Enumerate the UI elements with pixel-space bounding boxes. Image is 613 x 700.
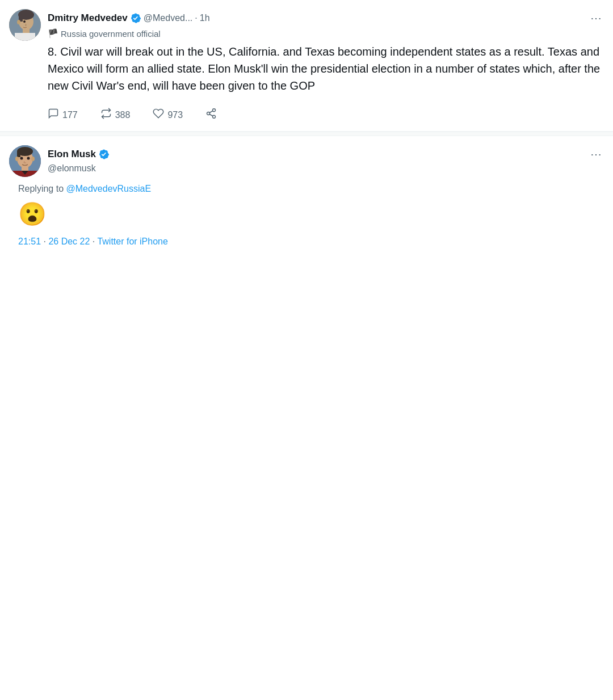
svg-rect-6 [15,33,35,41]
comment-icon [48,108,59,122]
svg-point-10 [213,115,216,118]
svg-point-20 [27,157,30,160]
svg-point-4 [17,20,20,24]
svg-line-12 [209,111,213,112]
tweet2-date: 26 Dec 22 [48,237,90,246]
tweet2-info: Elon Musk ⋯ @elonmusk [48,145,604,174]
tweet1-info: Dmitry Medvedev @Medved... · 1h ⋯ 🏴 Russ… [48,9,604,39]
like-count: 973 [167,110,183,120]
tweet2-footer: 21:51 · 26 Dec 22 · Twitter for iPhone [9,234,604,256]
comment-action[interactable]: 177 [48,108,78,122]
medvedev-verified-badge [130,12,141,24]
tweet2-emoji-content: 😮 [9,194,604,234]
tweet2-header: Elon Musk ⋯ @elonmusk [9,145,604,177]
tweet2-platform[interactable]: Twitter for iPhone [97,237,168,246]
tweet1-more-button[interactable]: ⋯ [588,9,604,27]
reply-to-line: Replying to @MedvedevRussiaE [9,179,604,194]
government-label: 🏴 Russia government official [48,28,604,39]
svg-point-18 [31,157,35,161]
tweet2: Elon Musk ⋯ @elonmusk Replying to @Medve… [0,136,613,256]
svg-line-11 [209,114,213,116]
tweet1-name-row: Dmitry Medvedev @Medved... · 1h ⋯ [48,9,604,27]
tweet2-name-row: Elon Musk ⋯ [48,145,604,163]
separator1: · [195,13,197,23]
svg-point-17 [15,157,19,161]
tweet1-text: 8. Civil war will break out in the US, C… [48,43,604,94]
government-label-text: Russia government official [61,29,161,39]
elon-display-name[interactable]: Elon Musk [48,149,96,160]
retweet-icon [100,108,112,122]
retweet-count: 388 [115,110,131,120]
tweet-divider [0,132,613,136]
medvedev-handle[interactable]: @Medved... [144,13,193,23]
comment-count: 177 [62,110,78,120]
tweet2-more-button[interactable]: ⋯ [588,145,604,163]
svg-point-19 [20,157,23,160]
tweet1: Dmitry Medvedev @Medved... · 1h ⋯ 🏴 Russ… [0,0,613,132]
like-icon [153,108,164,122]
retweet-action[interactable]: 388 [100,108,131,122]
svg-point-7 [23,20,26,23]
svg-rect-16 [17,151,20,157]
svg-point-8 [213,109,216,112]
share-icon [205,108,217,122]
medvedev-display-name[interactable]: Dmitry Medvedev [48,12,128,24]
elon-verified-badge [98,149,110,160]
share-action[interactable] [205,108,217,122]
tweet1-body: 8. Civil war will break out in the US, C… [48,43,604,131]
like-action[interactable]: 973 [153,108,183,122]
tweet1-timestamp[interactable]: 1h [200,13,210,23]
medvedev-avatar[interactable] [9,9,41,41]
tweet1-header: Dmitry Medvedev @Medved... · 1h ⋯ 🏴 Russ… [9,9,604,41]
flag-icon: 🏴 [48,28,58,39]
elon-avatar[interactable] [9,145,41,177]
tweet1-actions: 177 388 973 [48,103,604,131]
tweet2-time: 21:51 [18,237,41,246]
reply-to-handle[interactable]: @MedvedevRussiaE [66,184,152,193]
svg-point-9 [207,112,210,115]
elon-handle[interactable]: @elonmusk [48,163,604,174]
